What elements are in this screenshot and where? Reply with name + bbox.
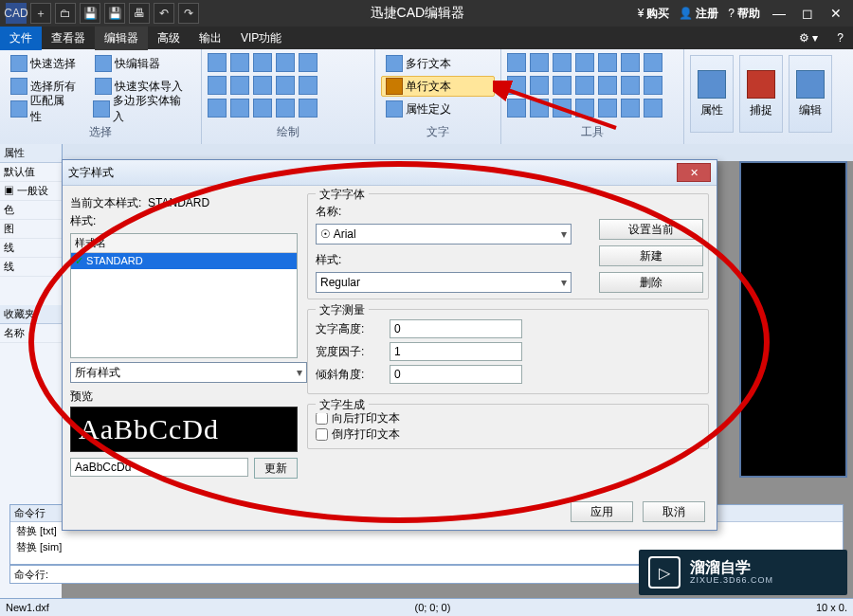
tool-icon[interactable] [530,99,549,118]
quick-select-button[interactable]: 快速选择 [6,53,81,74]
name-row[interactable]: 名称 [0,324,62,343]
maximize-button[interactable]: ◻ [798,4,817,23]
style-item-standard[interactable]: STANDARD [71,253,297,269]
draw-tool-icon[interactable] [276,99,295,118]
tool-icon[interactable] [507,99,526,118]
tool-icon[interactable] [553,76,572,95]
status-bar: New1.dxf (0; 0; 0) 10 x 0. [0,598,853,616]
help-link[interactable]: ? 帮助 [728,6,760,22]
font-style-combo[interactable]: Regular [316,272,572,293]
update-button[interactable]: 更新 [254,458,298,479]
menu-vip[interactable]: VIP功能 [231,27,291,50]
tool-icon[interactable] [598,53,617,72]
menu-help-icon[interactable]: ? [827,27,853,48]
draw-tool-icon[interactable] [299,53,318,72]
tool-icon[interactable] [553,99,572,118]
tool-icon[interactable] [575,76,594,95]
buy-link[interactable]: ¥ 购买 [638,6,670,22]
save-icon[interactable]: 💾 [80,3,100,24]
new-icon[interactable]: ＋ [30,3,51,24]
draw-tool-icon[interactable] [230,99,249,118]
tool-icon[interactable] [507,76,526,95]
tool-icon[interactable] [644,99,662,118]
draw-tool-icon[interactable] [253,99,272,118]
backwards-checkbox[interactable] [316,412,328,425]
draw-tool-icon[interactable] [208,99,227,118]
snap-button[interactable]: 捕捉 [739,55,783,133]
draw-tool-icon[interactable] [276,53,295,72]
cancel-button[interactable]: 取消 [643,501,705,522]
gen-group-label: 文字生成 [316,397,369,413]
color-row[interactable]: 色 [0,201,62,220]
menu-file[interactable]: 文件 [0,27,42,50]
menu-output[interactable]: 输出 [190,27,231,50]
menu-advanced[interactable]: 高级 [148,27,190,50]
width-input[interactable] [390,342,522,361]
undo-icon[interactable]: ↶ [154,3,174,24]
edit-button[interactable]: 编辑 [789,55,832,133]
style-filter-combo[interactable]: 所有样式 [70,362,307,383]
font-name-combo[interactable]: ☉ Arial [316,224,572,245]
preview-label: 预览 [70,389,298,405]
tool-icon[interactable] [598,76,617,95]
tool-icon[interactable] [621,99,640,118]
quick-editor-button[interactable]: 快编辑器 [90,53,165,74]
menu-settings-icon[interactable]: ⚙ ▾ [789,27,827,48]
open-icon[interactable]: 🗀 [55,3,76,24]
new-button[interactable]: 新建 [599,245,703,266]
tool-icon[interactable] [621,53,640,72]
delete-button[interactable]: 删除 [599,272,703,293]
tool-icon[interactable] [530,53,549,72]
attdef-button[interactable]: 属性定义 [381,99,495,119]
draw-tool-icon[interactable] [253,53,272,72]
height-input[interactable] [390,319,522,338]
tool-icon[interactable] [575,53,594,72]
draw-tool-icon[interactable] [299,76,318,95]
polygon-input-button[interactable]: 多边形实体输入 [88,99,195,119]
defaults-row[interactable]: 默认值 [0,163,62,182]
close-button[interactable]: ✕ [826,4,845,23]
tool-icon[interactable] [644,53,662,72]
tool-icon[interactable] [575,99,594,118]
dialog-close-button[interactable]: ✕ [677,163,711,182]
upside-label: 倒序打印文本 [332,426,400,443]
draw-tool-icon[interactable] [253,76,272,95]
preview-input[interactable] [70,458,248,477]
properties-button[interactable]: 属性 [690,55,734,133]
set-current-button[interactable]: 设置当前 [599,219,703,240]
tool-icon[interactable] [530,76,549,95]
layer-row[interactable]: 图 [0,220,62,239]
oblique-input[interactable] [390,365,522,384]
tool-icon[interactable] [644,76,662,95]
draw-tool-icon[interactable] [299,99,318,118]
minimize-button[interactable]: — [770,4,789,23]
drawing-view[interactable] [739,161,847,478]
draw-tool-icon[interactable] [208,53,227,72]
redo-icon[interactable]: ↷ [178,3,199,24]
ribbon: 快速选择 快编辑器 选择所有 快速实体导入 匹配属性 多边形实体输入 选择 [0,49,853,145]
apply-button[interactable]: 应用 [571,501,633,522]
upside-checkbox[interactable] [316,428,328,441]
match-props-button[interactable]: 匹配属性 [6,99,79,119]
draw-tool-icon[interactable] [276,76,295,95]
style-list[interactable]: 样式名 STANDARD [70,233,298,358]
draw-tool-icon[interactable] [230,53,249,72]
draw-tool-icon[interactable] [208,76,227,95]
draw-tool-icon[interactable] [230,76,249,95]
ltype-row[interactable]: 线 [0,239,62,258]
tool-icon[interactable] [621,76,640,95]
menu-editor[interactable]: 编辑器 [95,27,148,50]
saveas-icon[interactable]: 💾 [104,3,125,24]
general-row[interactable]: ▣ 一般设 [0,182,62,201]
print-icon[interactable]: 🖶 [129,3,150,24]
mtext-button[interactable]: 多行文本 [381,53,495,74]
tool-icon[interactable] [598,99,617,118]
lweight-row[interactable]: 线 [0,258,62,277]
register-link[interactable]: 👤 注册 [679,6,718,22]
menu-viewer[interactable]: 查看器 [42,27,95,50]
group-tools-label: 工具 [507,122,678,140]
tool-icon[interactable] [553,53,572,72]
single-text-button[interactable]: 单行文本 [381,76,495,97]
tool-icon[interactable] [507,53,526,72]
menu-bar: 文件 查看器 编辑器 高级 输出 VIP功能 ⚙ ▾ ? [0,27,853,49]
